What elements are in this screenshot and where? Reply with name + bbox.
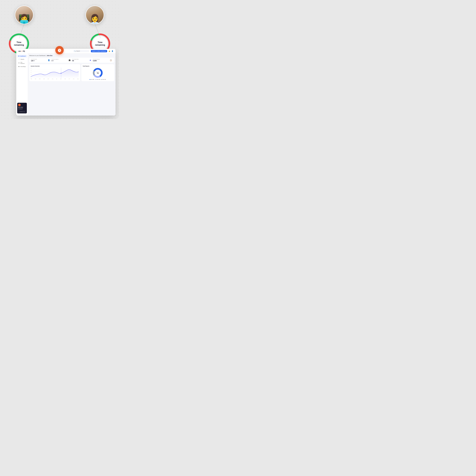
total-reports-card: Total Reports	[81, 64, 114, 81]
sidebar-label-recordings: Recordings	[20, 66, 26, 67]
sidebar-bottom: ? Need help? Getting stuck somewhere! CO…	[16, 102, 28, 114]
scene: Time remaining Time remaining	[0, 0, 119, 119]
sidebar: ⊞ Dashboard 📄 Reports 🖥 Live Sessions ⏺ …	[16, 53, 28, 116]
legend-active: Active 513	[90, 79, 94, 80]
sidebar-item-reports[interactable]: 📄 Reports	[17, 58, 27, 61]
svg-text:0: 0	[31, 78, 31, 78]
left-ring-text: Time remaining	[14, 41, 24, 46]
legend-label-offline: Offline 121	[102, 79, 106, 80]
help-box: ? Need help? Getting stuck somewhere! CO…	[17, 103, 27, 113]
donut-wrapper: Total Reports 75	[92, 68, 103, 78]
search-box[interactable]: 🔍	[73, 50, 89, 52]
sidebar-label-live-sessions: Live Sessions	[20, 62, 26, 64]
donut-label: Total Reports 75	[96, 72, 100, 74]
stat-generated-reports: Generated Reports 5,600 📋	[93, 59, 113, 62]
sidebar-label-dashboard: Dashboard	[20, 55, 26, 57]
search-icon: 🔍	[74, 51, 76, 52]
svg-point-24	[61, 73, 62, 74]
svg-text:3k: 3k	[31, 72, 32, 73]
donut-legend: Active 513 Inactive 741 Offline 121	[90, 79, 106, 80]
dashboard-icon: ⊞	[18, 55, 19, 57]
recordings-icon: ⏺	[18, 66, 19, 67]
donut-label-value: 75	[96, 72, 100, 74]
stat-users-monitored: Users Monitored 120 + 👤	[31, 59, 51, 62]
stat-value-recordings: 50	[72, 60, 90, 62]
legend-label-active: Active 513	[91, 79, 94, 80]
notification-icon[interactable]: 🔔	[108, 50, 110, 52]
stat-label-recordings: Recordings Made	[72, 59, 90, 60]
stat-icon-sessions: 🎥	[68, 59, 70, 61]
total-reports-title: Total Reports	[83, 66, 113, 67]
svg-text:1k: 1k	[31, 76, 32, 77]
live-sessions-icon: 🖥	[18, 62, 19, 64]
session-chart-card: Session Overview	[29, 64, 80, 81]
donut-area: Total Reports 75 Active 513	[83, 68, 113, 80]
help-title: Need help?	[18, 107, 26, 108]
avatar-left	[15, 6, 34, 24]
stat-icon-gen-reports: 📋	[110, 59, 112, 61]
legend-dot-inactive	[95, 79, 96, 80]
stat-recordings-made: Recordings Made 50 ⏺	[72, 59, 92, 62]
legend-dot-active	[90, 79, 90, 80]
topbar-icons: 🔔 👤	[108, 50, 113, 52]
stat-value-gen-reports: 5,600	[93, 60, 111, 62]
admin-dashboard-button[interactable]: Switch to Admin Dashboard	[91, 50, 107, 52]
legend-label-inactive: Inactive 741	[96, 79, 100, 80]
main-content: Welcome to your Dashboard, John Doe User…	[28, 53, 116, 116]
svg-text:2k: 2k	[31, 74, 32, 75]
timer-icon	[55, 46, 64, 54]
svg-point-17	[59, 50, 60, 51]
reports-icon: 📄	[18, 59, 20, 60]
stats-row: Users Monitored 120 + 👤 Sessions Capture…	[29, 58, 114, 63]
session-chart-title: Session Overview	[31, 66, 79, 67]
main-layout: ⊞ Dashboard 📄 Reports 🖥 Live Sessions ⏺ …	[16, 53, 116, 116]
stat-label-users: Users Monitored	[31, 59, 49, 60]
sidebar-label-reports: Reports	[20, 59, 24, 60]
stat-sessions-captured: Sessions Captured 4 + 🎥	[51, 59, 71, 62]
search-input[interactable]	[76, 51, 87, 52]
chart-months: JAN FEB MAR APR MAY JUN JUL AUG SEP OCT …	[31, 79, 79, 79]
right-ring-text: Time remaining	[95, 41, 105, 46]
help-subtitle: Getting stuck somewhere!	[18, 108, 26, 110]
dashboard-window: xec✓rify 🔍 Switch to Admin Dashboard 🔔 👤…	[16, 49, 116, 116]
stat-value-users: 120 +	[31, 60, 49, 62]
stat-icon-recordings: ⏺	[89, 59, 91, 61]
contact-us-button[interactable]: CONTACT US	[18, 111, 26, 113]
svg-rect-12	[59, 49, 60, 49]
session-chart-area: 5k 4k 3k 2k 1k 0	[31, 68, 79, 78]
legend-inactive: Inactive 741	[95, 79, 100, 80]
stat-label-sessions: Sessions Captured	[51, 59, 70, 60]
sidebar-item-recordings[interactable]: ⏺ Recordings	[17, 65, 27, 68]
stat-label-gen-reports: Generated Reports	[93, 59, 111, 60]
logo: xec✓rify	[18, 50, 25, 52]
help-avatar: ?	[18, 104, 21, 106]
legend-dot-offline	[101, 79, 102, 80]
legend-offline: Offline 121	[101, 79, 106, 80]
stat-icon-users: 👤	[48, 59, 50, 61]
svg-text:5k: 5k	[31, 68, 32, 68]
svg-text:4k: 4k	[31, 70, 32, 70]
sidebar-item-live-sessions[interactable]: 🖥 Live Sessions	[17, 61, 27, 65]
stat-value-sessions: 4 +	[51, 60, 70, 62]
user-icon[interactable]: 👤	[111, 50, 113, 52]
topbar: xec✓rify 🔍 Switch to Admin Dashboard 🔔 👤	[16, 49, 116, 53]
page-title: Welcome to your Dashboard, John Doe	[29, 55, 114, 56]
avatar-right	[85, 6, 104, 24]
sidebar-item-dashboard[interactable]: ⊞ Dashboard	[17, 55, 27, 57]
charts-row: Session Overview	[29, 64, 114, 81]
